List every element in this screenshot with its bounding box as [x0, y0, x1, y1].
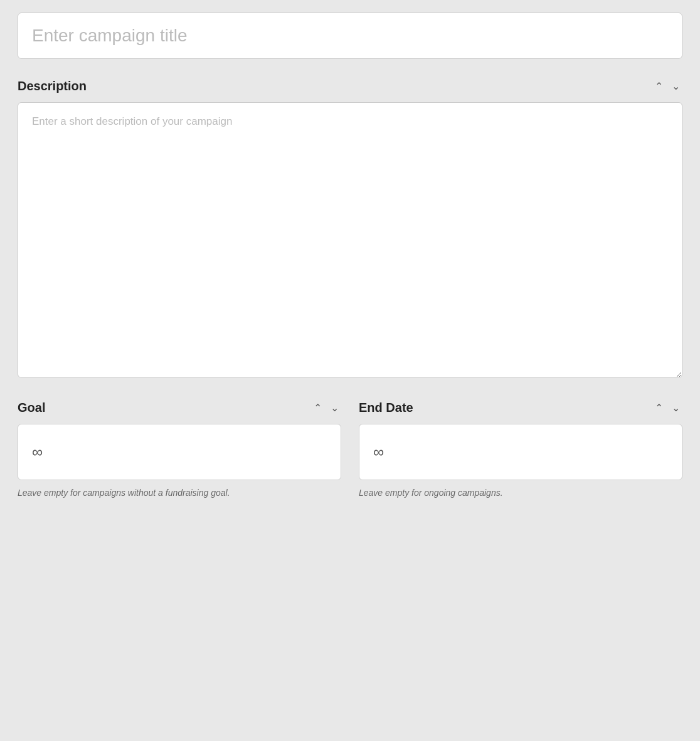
chevron-down-icon: ⌄ — [672, 402, 680, 413]
end-date-chevron-group: ⌃ ⌄ — [652, 402, 682, 414]
end-date-label: End Date — [359, 401, 413, 415]
description-chevron-down[interactable]: ⌄ — [669, 80, 682, 93]
goal-label: Goal — [18, 401, 45, 415]
description-section: Description ⌃ ⌄ — [18, 79, 682, 381]
goal-infinity-symbol: ∞ — [32, 443, 43, 461]
description-chevron-up[interactable]: ⌃ — [652, 80, 666, 93]
chevron-up-icon: ⌃ — [655, 402, 663, 413]
chevron-down-icon: ⌄ — [672, 81, 680, 92]
end-date-chevron-up[interactable]: ⌃ — [652, 402, 666, 414]
goal-chevron-group: ⌃ ⌄ — [311, 402, 341, 414]
description-textarea[interactable] — [18, 102, 682, 378]
description-label: Description — [18, 79, 87, 93]
end-date-section: End Date ⌃ ⌄ ∞ Leave empty for ongoing c… — [359, 401, 682, 500]
end-date-section-header: End Date ⌃ ⌄ — [359, 401, 682, 415]
goal-hint: Leave empty for campaigns without a fund… — [18, 486, 341, 500]
description-section-header: Description ⌃ ⌄ — [18, 79, 682, 93]
goal-section-header: Goal ⌃ ⌄ — [18, 401, 341, 415]
chevron-up-icon: ⌃ — [314, 402, 322, 413]
goal-chevron-up[interactable]: ⌃ — [311, 402, 324, 414]
goal-enddate-row: Goal ⌃ ⌄ ∞ Leave empty for campaigns wit… — [18, 401, 682, 500]
goal-chevron-down[interactable]: ⌄ — [328, 402, 341, 414]
chevron-down-icon: ⌄ — [331, 402, 339, 413]
goal-section: Goal ⌃ ⌄ ∞ Leave empty for campaigns wit… — [18, 401, 341, 500]
end-date-infinity-symbol: ∞ — [373, 443, 384, 461]
campaign-title-input[interactable] — [18, 13, 682, 59]
end-date-chevron-down[interactable]: ⌄ — [669, 402, 682, 414]
end-date-input-box[interactable]: ∞ — [359, 424, 682, 480]
chevron-up-icon: ⌃ — [655, 81, 663, 92]
end-date-hint: Leave empty for ongoing campaigns. — [359, 486, 682, 500]
description-chevron-group: ⌃ ⌄ — [652, 80, 682, 93]
goal-input-box[interactable]: ∞ — [18, 424, 341, 480]
